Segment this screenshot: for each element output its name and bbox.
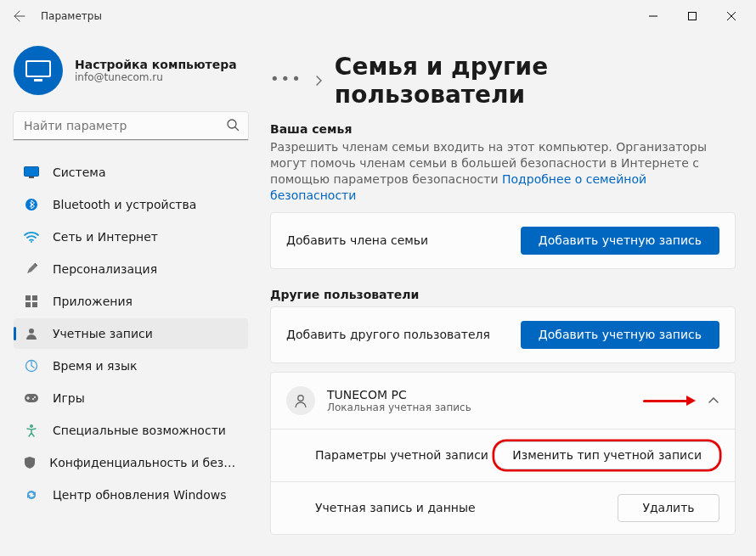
nav-label: Bluetooth и устройства [53, 198, 196, 211]
kiosk-section-title: Настроить киоск [270, 553, 736, 556]
nav-label: Сеть и Интернет [53, 230, 158, 244]
nav-label: Время и язык [53, 359, 137, 373]
brush-icon [24, 261, 39, 277]
svg-point-18 [30, 424, 33, 428]
change-account-type-button[interactable]: Изменить тип учетной записи [494, 441, 719, 469]
add-family-account-button[interactable]: Добавить учетную запись [521, 227, 719, 255]
family-section-title: Ваша семья [270, 122, 736, 136]
user-avatar-icon [286, 386, 315, 415]
add-other-user-label: Добавить другого пользователя [286, 328, 490, 341]
family-section-desc: Разрешить членам семьи входить на этот к… [270, 139, 736, 204]
others-section-title: Другие пользователи [270, 288, 736, 301]
nav-update[interactable]: Центр обновления Windows [14, 480, 248, 510]
annotation-arrow [643, 395, 696, 407]
others-card: Добавить другого пользователя Добавить у… [270, 306, 736, 363]
page-title: Семья и другие пользователи [335, 53, 736, 109]
profile-block[interactable]: Настройка компьютера info@tunecom.ru [14, 36, 248, 112]
nav-label: Приложения [53, 295, 133, 308]
apps-icon [24, 294, 39, 309]
svg-rect-6 [29, 177, 34, 178]
svg-point-13 [29, 329, 34, 334]
back-button[interactable] [5, 2, 34, 31]
svg-rect-5 [25, 167, 39, 177]
minimize-button[interactable] [634, 3, 673, 30]
nav-bluetooth[interactable]: Bluetooth и устройства [14, 189, 248, 220]
svg-rect-9 [25, 295, 31, 300]
nav-label: Персонализация [53, 262, 157, 276]
chevron-up-icon[interactable] [708, 396, 719, 405]
nav-label: Специальные возможности [53, 424, 226, 437]
nav-system[interactable]: Система [14, 157, 248, 188]
person-icon [24, 326, 39, 341]
maximize-button[interactable] [673, 3, 712, 30]
user-card: TUNECOM PC Локальная учетная запись Пара… [270, 372, 736, 535]
bluetooth-icon [24, 197, 39, 212]
nav-label: Учетные записи [53, 327, 153, 340]
gamepad-icon [24, 390, 39, 406]
update-icon [24, 487, 39, 503]
display-icon [24, 165, 39, 180]
nav-personalization[interactable]: Персонализация [14, 254, 248, 284]
add-other-account-button[interactable]: Добавить учетную запись [521, 321, 719, 349]
close-button[interactable] [712, 3, 751, 30]
svg-point-17 [32, 398, 34, 400]
svg-point-4 [228, 120, 236, 128]
account-params-label: Параметры учетной записи [315, 448, 488, 462]
nav-label: Конфиденциальность и безопасность [49, 456, 238, 469]
svg-rect-0 [689, 13, 697, 20]
chevron-right-icon [314, 76, 323, 86]
account-data-label: Учетная запись и данные [315, 501, 476, 514]
nav-accessibility[interactable]: Специальные возможности [14, 415, 248, 446]
nav-time-lang[interactable]: Время и язык [14, 351, 248, 381]
svg-rect-12 [32, 302, 37, 307]
svg-rect-3 [34, 79, 42, 81]
nav-label: Центр обновления Windows [53, 488, 226, 502]
search-input[interactable] [14, 112, 248, 140]
titlebar: Параметры [0, 0, 756, 32]
shield-icon [24, 455, 36, 470]
search-box[interactable] [14, 112, 248, 140]
nav-accounts[interactable]: Учетные записи [14, 318, 248, 349]
search-icon [226, 118, 240, 132]
nav-gaming[interactable]: Игры [14, 383, 248, 413]
delete-account-button[interactable]: Удалить [618, 494, 719, 522]
user-type: Локальная учетная запись [327, 402, 471, 413]
nav-network[interactable]: Сеть и Интернет [14, 222, 248, 252]
svg-point-8 [31, 241, 32, 243]
sidebar: Настройка компьютера info@tunecom.ru Сис… [0, 32, 255, 556]
avatar [14, 46, 63, 95]
profile-email: info@tunecom.ru [75, 71, 237, 83]
svg-rect-10 [32, 295, 37, 300]
wifi-icon [24, 229, 39, 244]
breadcrumb-ellipsis[interactable]: ••• [270, 70, 302, 93]
svg-rect-2 [27, 62, 49, 76]
accessibility-icon [24, 423, 39, 438]
nav-label: Игры [53, 391, 85, 405]
nav: Система Bluetooth и устройства Сеть и Ин… [14, 157, 248, 510]
nav-label: Система [53, 166, 105, 179]
user-name: TUNECOM PC [327, 388, 471, 402]
nav-privacy[interactable]: Конфиденциальность и безопасность [14, 447, 248, 478]
app-title: Параметры [34, 10, 102, 22]
breadcrumb-header: ••• Семья и другие пользователи [270, 53, 736, 109]
user-header-row[interactable]: TUNECOM PC Локальная учетная запись [271, 373, 735, 429]
profile-name: Настройка компьютера [75, 58, 237, 71]
add-family-member-label: Добавить члена семьи [286, 233, 428, 247]
svg-point-16 [34, 396, 36, 398]
main-content: ••• Семья и другие пользователи Ваша сем… [255, 32, 756, 556]
svg-point-19 [298, 395, 303, 400]
family-card: Добавить члена семьи Добавить учетную за… [270, 212, 736, 269]
clock-globe-icon [24, 358, 39, 373]
nav-apps[interactable]: Приложения [14, 286, 248, 317]
svg-rect-11 [25, 302, 31, 307]
